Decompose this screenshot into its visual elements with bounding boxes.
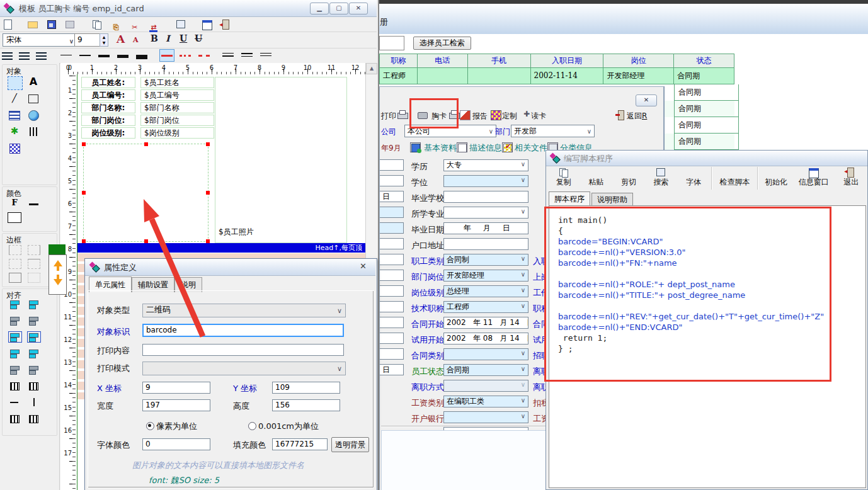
- line-width-3-icon[interactable]: [97, 50, 111, 61]
- resize-handle[interactable]: [206, 191, 210, 195]
- left-cut-field-fragment[interactable]: [380, 175, 404, 186]
- text-tool-icon[interactable]: A: [26, 76, 40, 89]
- object-type-select[interactable]: 二维码: [142, 304, 346, 317]
- line-width-4-icon[interactable]: [116, 50, 130, 61]
- customize-button[interactable]: 定制: [502, 111, 517, 122]
- row-layout-icon[interactable]: [9, 381, 21, 391]
- col-header-status[interactable]: 状态: [674, 54, 734, 68]
- preview-icon[interactable]: [64, 18, 76, 30]
- border-all-icon[interactable]: [9, 273, 21, 283]
- grid-icon[interactable]: [9, 414, 21, 424]
- font-size-stepper[interactable]: ▲▼: [100, 33, 108, 47]
- left-cut-field-fragment[interactable]: [380, 254, 404, 265]
- resize-handle[interactable]: [82, 191, 86, 195]
- distribute-vertical-icon[interactable]: [28, 348, 40, 358]
- read-card-icon[interactable]: [522, 111, 532, 120]
- customize-icon[interactable]: [491, 110, 501, 120]
- close-icon[interactable]: ✕: [360, 261, 367, 271]
- pixel-unit-radio[interactable]: [146, 422, 154, 430]
- ole-tool-icon[interactable]: ✱: [8, 125, 21, 138]
- script-toolbar-button[interactable]: 剪切: [612, 166, 645, 188]
- script-window-titlebar[interactable]: 编写脚本程序: [546, 151, 867, 166]
- print-button[interactable]: 打印: [381, 111, 396, 122]
- same-height-icon[interactable]: [28, 365, 40, 375]
- left-cut-field-fragment[interactable]: 日: [380, 191, 404, 202]
- line-tool-icon[interactable]: ╱: [8, 93, 21, 105]
- script-toolbar-button[interactable]: [757, 167, 758, 190]
- read-card-button[interactable]: 读卡: [531, 111, 546, 122]
- window-icon[interactable]: [201, 18, 214, 30]
- maximize-icon[interactable]: ▢: [329, 3, 348, 14]
- open-icon[interactable]: [26, 18, 39, 30]
- align-text-center-icon[interactable]: [19, 52, 30, 61]
- select-tool-icon[interactable]: [8, 76, 23, 90]
- height-input[interactable]: 156: [272, 399, 340, 411]
- photo-placeholder-box[interactable]: $员工照片: [215, 77, 347, 243]
- align-text-left-icon[interactable]: [2, 52, 13, 61]
- return-button[interactable]: 返回R: [627, 111, 647, 122]
- distribute-horizontal-icon[interactable]: [9, 348, 21, 358]
- underline-icon[interactable]: U: [180, 33, 187, 43]
- script-toolbar-button[interactable]: 粘贴: [580, 166, 613, 188]
- script-toolbar-button[interactable]: 搜索: [645, 166, 678, 188]
- field-control[interactable]: [443, 191, 528, 203]
- selected-qrcode-object[interactable]: [83, 144, 208, 242]
- strikethrough-icon[interactable]: U: [195, 33, 202, 43]
- line-width-1-icon[interactable]: [59, 50, 73, 61]
- object-id-input[interactable]: barcode: [142, 324, 344, 337]
- line-width-2-icon[interactable]: [78, 50, 92, 61]
- move-down-icon[interactable]: [54, 279, 62, 285]
- return-door-icon[interactable]: [615, 110, 625, 119]
- rect-tool-icon[interactable]: [26, 93, 40, 105]
- font-color-icon[interactable]: F: [8, 197, 21, 210]
- left-cut-field-fragment[interactable]: [380, 207, 404, 218]
- resize-handle[interactable]: [82, 142, 86, 146]
- left-cut-field-fragment[interactable]: [380, 301, 404, 312]
- left-cut-field-fragment[interactable]: [380, 270, 404, 281]
- resize-handle[interactable]: [206, 142, 210, 146]
- tab-description[interactable]: 描述信息: [469, 142, 502, 154]
- image-tool-icon[interactable]: [26, 109, 40, 122]
- bold-icon[interactable]: B: [151, 33, 158, 43]
- left-cut-field-fragment[interactable]: [380, 348, 404, 360]
- printer-icon[interactable]: [397, 110, 407, 119]
- font-color-input[interactable]: 0: [142, 438, 210, 450]
- field-control[interactable]: [443, 411, 528, 423]
- center-vertical-icon[interactable]: [28, 332, 40, 342]
- qrcode-tool-icon[interactable]: [8, 142, 21, 154]
- copy-icon[interactable]: [91, 18, 103, 30]
- x-coord-input[interactable]: 9: [142, 382, 210, 394]
- field-control[interactable]: [443, 207, 528, 219]
- field-control[interactable]: [443, 348, 528, 360]
- col-header-phone[interactable]: 电话: [418, 54, 468, 68]
- align-bottom-icon[interactable]: [28, 316, 40, 326]
- align-right-icon[interactable]: [28, 299, 40, 309]
- increase-font-icon[interactable]: A: [117, 33, 125, 45]
- col-header-title[interactable]: 职称: [380, 54, 418, 68]
- align-top-icon[interactable]: [9, 316, 21, 326]
- dialog-titlebar[interactable]: 属性定义 ✕: [85, 259, 375, 276]
- script-toolbar-button[interactable]: 复制: [547, 166, 580, 188]
- field-control[interactable]: [443, 175, 528, 187]
- tab-basic-info[interactable]: 基本资料: [424, 142, 457, 154]
- line-width-5-icon[interactable]: [135, 50, 149, 61]
- field-control[interactable]: [443, 238, 528, 250]
- print-mode-select[interactable]: [142, 362, 346, 375]
- close-icon[interactable]: ✕: [349, 3, 368, 14]
- dept-select[interactable]: 开发部: [511, 125, 595, 137]
- field-control[interactable]: 2002 年 11 月 14 日: [443, 317, 528, 329]
- barcode-tool-icon[interactable]: [26, 125, 40, 138]
- center-horizontal-icon[interactable]: [9, 332, 21, 342]
- report-pen-icon[interactable]: [460, 110, 471, 120]
- field-control[interactable]: 合同期: [443, 364, 528, 376]
- decrease-font-icon[interactable]: A: [133, 36, 139, 44]
- left-cut-field-fragment[interactable]: [380, 159, 404, 171]
- left-cut-field-fragment[interactable]: [380, 238, 404, 249]
- col-header-hire-date[interactable]: 入职日期: [531, 54, 604, 68]
- cm-unit-radio[interactable]: [248, 422, 256, 430]
- tab-script-program[interactable]: 脚本程序: [549, 191, 590, 206]
- tab-help[interactable]: 说明帮助: [591, 193, 633, 207]
- align-left-icon[interactable]: [9, 299, 21, 309]
- fill-color-input[interactable]: 16777215: [272, 438, 328, 450]
- minimize-icon[interactable]: ▁: [310, 3, 329, 14]
